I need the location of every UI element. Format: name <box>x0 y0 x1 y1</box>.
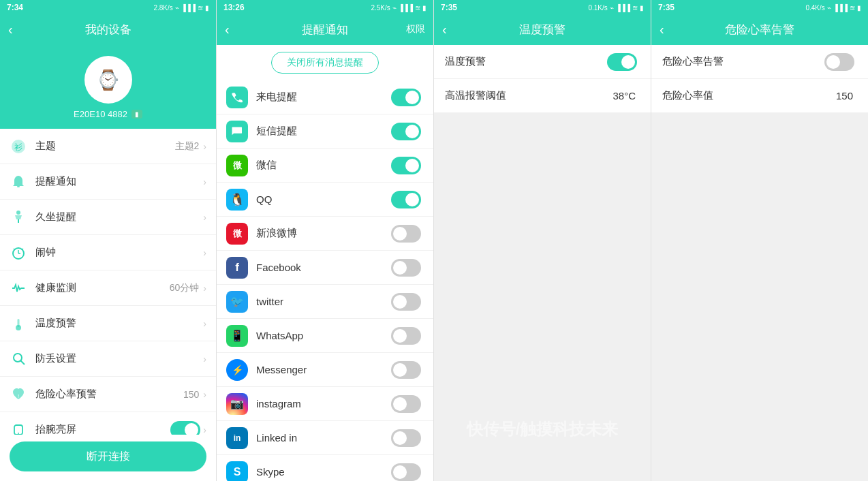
weibo-toggle[interactable] <box>391 225 421 243</box>
heart-alert-toggle[interactable] <box>824 53 854 71</box>
antilost-label: 防丢设置 <box>35 352 203 365</box>
notif-item-whatsapp[interactable]: 📱 WhatsApp <box>217 319 433 353</box>
wakeup-icon <box>10 421 27 435</box>
health-value: 60分钟 <box>170 282 200 294</box>
temp-settings: 温度预警 高温报警阈值 38°C <box>434 45 651 113</box>
back-arrow-2[interactable]: ‹ <box>225 22 230 37</box>
time-1: 7:34 <box>7 3 23 12</box>
linkedin-app-icon: in <box>226 427 248 449</box>
menu-item-health[interactable]: 健康监测 60分钟 › <box>0 270 216 306</box>
phone-toggle[interactable] <box>391 89 421 106</box>
sms-toggle[interactable] <box>391 123 421 140</box>
linkedin-toggle[interactable] <box>391 429 421 447</box>
qq-toggle[interactable] <box>391 191 421 208</box>
header-1: ‹ 我的设备 <box>0 15 216 45</box>
menu-item-alert[interactable]: 提醒通知 › <box>0 164 216 200</box>
wakeup-chevron: › <box>203 424 206 435</box>
notif-item-twitter[interactable]: 🐦 twitter <box>217 285 433 319</box>
header-right-2[interactable]: 权限 <box>406 23 425 35</box>
bt-icon-2: ⌁ <box>392 4 397 12</box>
notif-item-sms[interactable]: 短信提醒 <box>217 114 433 149</box>
header-4: ‹ 危险心率告警 <box>651 15 868 45</box>
notif-item-wechat[interactable]: 微 微信 <box>217 149 433 183</box>
alert-chevron: › <box>203 176 206 187</box>
wechat-app-icon: 微 <box>226 155 248 176</box>
menu-item-heartrate[interactable]: ! 危险心率预警 150 › <box>0 377 216 412</box>
menu-item-wakeup[interactable]: 抬腕亮屏 › <box>0 412 216 435</box>
temp-chevron: › <box>203 318 206 329</box>
heart-value-label: 危险心率值 <box>662 89 836 102</box>
time-2: 13:26 <box>223 3 245 12</box>
notif-item-phone[interactable]: 来电提醒 <box>217 80 433 114</box>
skype-app-icon: S <box>226 461 248 482</box>
instagram-toggle[interactable] <box>391 395 421 413</box>
temp-alert-toggle[interactable] <box>607 53 637 71</box>
device-avatar: ⌚ E20E10 4882 ▮ <box>0 45 216 129</box>
bluetooth-icon: ⌁ <box>175 4 179 12</box>
notif-item-qq[interactable]: 🐧 QQ <box>217 183 433 217</box>
notif-item-messenger[interactable]: ⚡ Messenger <box>217 353 433 387</box>
battery-icon-2: ▮ <box>422 4 427 12</box>
health-label: 健康监测 <box>35 281 170 294</box>
notif-item-linkedin[interactable]: in Linked in <box>217 421 433 455</box>
menu-item-sedentary[interactable]: 久坐提醒 › <box>0 200 216 235</box>
notif-item-skype[interactable]: S Skype <box>217 455 433 481</box>
facebook-toggle[interactable] <box>391 259 421 277</box>
bt-icon-4: ⌁ <box>827 4 831 12</box>
svg-line-13 <box>21 360 25 364</box>
svg-point-16 <box>18 433 19 434</box>
skype-toggle[interactable] <box>391 463 421 481</box>
disconnect-button[interactable]: 断开连接 <box>10 441 206 471</box>
phone-app-icon <box>226 87 248 108</box>
heartrate-chevron: › <box>203 389 206 400</box>
back-arrow-4[interactable]: ‹ <box>660 22 664 37</box>
status-icons-3: 0.1K/s ⌁ ▐▐▐ ≋ ▮ <box>588 4 644 12</box>
antilost-chevron: › <box>203 354 206 364</box>
phone-label: 来电提醒 <box>256 91 391 104</box>
wakeup-toggle[interactable] <box>170 421 200 435</box>
notif-item-instagram[interactable]: 📷 instagram <box>217 387 433 421</box>
wifi-icon: ≋ <box>198 4 203 12</box>
back-arrow-3[interactable]: ‹ <box>442 22 447 37</box>
wifi-icon-4: ≋ <box>850 4 855 12</box>
close-all-button[interactable]: 关闭所有消息提醒 <box>271 52 379 74</box>
notif-item-weibo[interactable]: 微 新浪微博 <box>217 217 433 251</box>
menu-item-theme[interactable]: 衫 主题 主题2 › <box>0 129 216 164</box>
temp-threshold-value: 38°C <box>613 90 636 102</box>
signal-icon-3: ▐▐▐ <box>616 4 630 12</box>
whatsapp-label: WhatsApp <box>256 330 391 341</box>
menu-item-alarm[interactable]: 闹钟 › <box>0 235 216 270</box>
menu-item-antilost[interactable]: 防丢设置 › <box>0 341 216 377</box>
wifi-icon-2: ≋ <box>415 4 420 12</box>
temp-alert-item[interactable]: 温度预警 <box>434 45 651 79</box>
heart-value-display: 150 <box>836 90 853 102</box>
whatsapp-toggle[interactable] <box>391 327 421 345</box>
alarm-label: 闹钟 <box>35 246 203 259</box>
back-arrow-1[interactable]: ‹ <box>8 22 13 37</box>
header-title-4: 危险心率告警 <box>725 22 794 37</box>
battery-icon: ▮ <box>205 4 209 12</box>
svg-text:!: ! <box>18 393 19 399</box>
watermark-panel3: 快传号/触摸科技未来 <box>434 418 651 440</box>
battery-icon-3: ▮ <box>640 4 644 12</box>
time-3: 7:35 <box>441 3 457 12</box>
menu-item-temp[interactable]: 温度预警 › <box>0 306 216 341</box>
svg-text:衫: 衫 <box>14 142 22 152</box>
notif-item-facebook[interactable]: f Facebook <box>217 251 433 285</box>
wechat-toggle[interactable] <box>391 157 421 174</box>
device-name: E20E10 4882 ▮ <box>74 109 142 119</box>
header-2: ‹ 提醒通知 权限 <box>217 15 433 45</box>
messenger-toggle[interactable] <box>391 361 421 379</box>
status-bar-4: 7:35 0.4K/s ⌁ ▐▐▐ ≋ ▮ <box>651 0 868 15</box>
temp-threshold-item[interactable]: 高温报警阈值 38°C <box>434 79 651 113</box>
heart-alert-item[interactable]: 危险心率告警 <box>651 45 868 79</box>
watermark-text-3: 快传号/触摸科技未来 <box>467 420 619 438</box>
twitter-app-icon: 🐦 <box>226 291 248 313</box>
header-title-3: 温度预警 <box>519 22 565 37</box>
twitter-toggle[interactable] <box>391 293 421 311</box>
signal-icon-2: ▐▐▐ <box>399 4 413 12</box>
linkedin-label: Linked in <box>256 432 391 444</box>
speed-4: 0.4K/s <box>805 4 824 12</box>
heart-value-item[interactable]: 危险心率值 150 <box>651 79 868 113</box>
status-bar-1: 7:34 2.8K/s ⌁ ▐▐▐ ≋ ▮ <box>0 0 216 15</box>
